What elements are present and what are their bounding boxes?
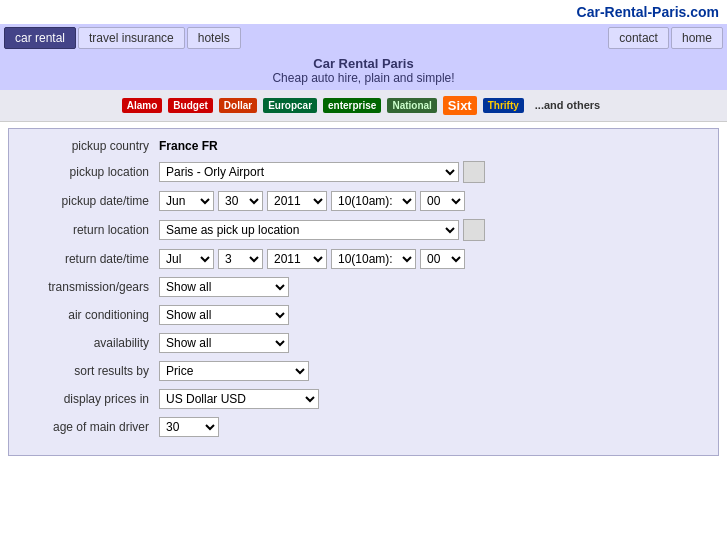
pickup-location-label: pickup location xyxy=(19,165,159,179)
nav-right: contact home xyxy=(608,27,723,49)
nav-left: car rental travel insurance hotels xyxy=(4,27,606,49)
pickup-datetime-row: pickup date/time Jun 30 2011 10(10am): 0… xyxy=(19,191,698,211)
return-location-label: return location xyxy=(19,223,159,237)
pickup-hour-select[interactable]: 10(10am): xyxy=(331,191,416,211)
brands-strip: Alamo Budget Dollar Europcar enterprise … xyxy=(0,90,727,122)
site-brand: Car-Rental-Paris.com xyxy=(0,0,727,24)
main-title: Car Rental Paris xyxy=(0,56,727,71)
ac-row: air conditioning Show all xyxy=(19,305,698,325)
return-datetime-row: return date/time Jul 3 2011 10(10am): 00 xyxy=(19,249,698,269)
pickup-datetime-value: Jun 30 2011 10(10am): 00 xyxy=(159,191,465,211)
currency-select[interactable]: US Dollar USD xyxy=(159,389,319,409)
pickup-location-select[interactable]: Paris - Orly Airport xyxy=(159,162,459,182)
pickup-year-select[interactable]: 2011 xyxy=(267,191,327,211)
transmission-value: Show all xyxy=(159,277,289,297)
pickup-location-row: pickup location Paris - Orly Airport xyxy=(19,161,698,183)
sort-row: sort results by Price xyxy=(19,361,698,381)
nav-travel-insurance[interactable]: travel insurance xyxy=(78,27,185,49)
brand-sixt: Sixt xyxy=(443,96,477,115)
sub-title: Cheap auto hire, plain and simple! xyxy=(0,71,727,85)
availability-select[interactable]: Show all xyxy=(159,333,289,353)
nav-car-rental[interactable]: car rental xyxy=(4,27,76,49)
pickup-day-select[interactable]: 30 xyxy=(218,191,263,211)
currency-row: display prices in US Dollar USD xyxy=(19,389,698,409)
transmission-select[interactable]: Show all xyxy=(159,277,289,297)
return-month-select[interactable]: Jul xyxy=(159,249,214,269)
pickup-min-select[interactable]: 00 xyxy=(420,191,465,211)
ac-value: Show all xyxy=(159,305,289,325)
return-year-select[interactable]: 2011 xyxy=(267,249,327,269)
pickup-month-select[interactable]: Jun xyxy=(159,191,214,211)
pickup-country-text: France FR xyxy=(159,139,218,153)
brand-national: National xyxy=(387,98,436,113)
ac-label: air conditioning xyxy=(19,308,159,322)
sort-value: Price xyxy=(159,361,309,381)
pickup-country-row: pickup country France FR xyxy=(19,139,698,153)
age-value: 30 xyxy=(159,417,219,437)
brand-enterprise: enterprise xyxy=(323,98,381,113)
return-location-value: Same as pick up location xyxy=(159,219,485,241)
brand-thrifty: Thrifty xyxy=(483,98,524,113)
return-location-info-button[interactable] xyxy=(463,219,485,241)
pickup-location-info-button[interactable] xyxy=(463,161,485,183)
pickup-country-value: France FR xyxy=(159,139,218,153)
return-datetime-label: return date/time xyxy=(19,252,159,266)
nav-home[interactable]: home xyxy=(671,27,723,49)
search-form: pickup country France FR pickup location… xyxy=(8,128,719,456)
brand-budget: Budget xyxy=(168,98,212,113)
sort-select[interactable]: Price xyxy=(159,361,309,381)
return-min-select[interactable]: 00 xyxy=(420,249,465,269)
age-label: age of main driver xyxy=(19,420,159,434)
availability-value: Show all xyxy=(159,333,289,353)
return-hour-select[interactable]: 10(10am): xyxy=(331,249,416,269)
return-location-row: return location Same as pick up location xyxy=(19,219,698,241)
return-location-select[interactable]: Same as pick up location xyxy=(159,220,459,240)
brand-dollar: Dollar xyxy=(219,98,257,113)
age-row: age of main driver 30 xyxy=(19,417,698,437)
brand-alamo: Alamo xyxy=(122,98,163,113)
pickup-location-value: Paris - Orly Airport xyxy=(159,161,485,183)
availability-row: availability Show all xyxy=(19,333,698,353)
return-day-select[interactable]: 3 xyxy=(218,249,263,269)
header-title-block: Car Rental Paris Cheap auto hire, plain … xyxy=(0,52,727,90)
nav-contact[interactable]: contact xyxy=(608,27,669,49)
currency-label: display prices in xyxy=(19,392,159,406)
brand-others: ...and others xyxy=(530,97,605,114)
sort-label: sort results by xyxy=(19,364,159,378)
ac-select[interactable]: Show all xyxy=(159,305,289,325)
currency-value: US Dollar USD xyxy=(159,389,319,409)
nav-hotels[interactable]: hotels xyxy=(187,27,241,49)
return-datetime-value: Jul 3 2011 10(10am): 00 xyxy=(159,249,465,269)
availability-label: availability xyxy=(19,336,159,350)
transmission-row: transmission/gears Show all xyxy=(19,277,698,297)
pickup-country-label: pickup country xyxy=(19,139,159,153)
brand-europcar: Europcar xyxy=(263,98,317,113)
transmission-label: transmission/gears xyxy=(19,280,159,294)
age-select[interactable]: 30 xyxy=(159,417,219,437)
pickup-datetime-label: pickup date/time xyxy=(19,194,159,208)
navigation-bar: car rental travel insurance hotels conta… xyxy=(0,24,727,52)
